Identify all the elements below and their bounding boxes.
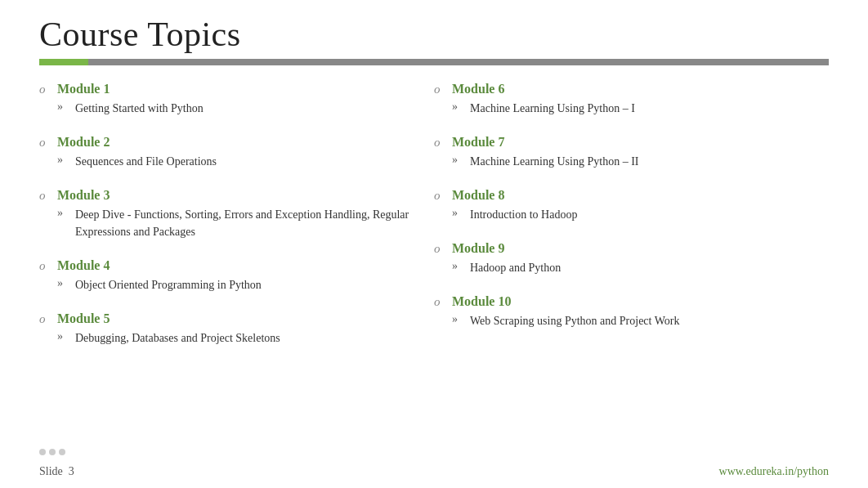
outer-bullet: o [39, 189, 51, 203]
module-block: o Module 3 » Deep Dive - Functions, Sort… [39, 188, 418, 240]
sub-text: Machine Learning Using Python – II [470, 153, 638, 170]
sub-text: Hadoop and Python [470, 259, 561, 276]
sub-bullet: » [452, 313, 465, 326]
page-title: Course Topics [39, 15, 829, 54]
module-title: Module 4 [57, 258, 110, 273]
sub-bullet: » [57, 330, 70, 343]
sub-bullet: » [452, 207, 465, 220]
module-row: o Module 3 [39, 188, 418, 203]
dot [39, 449, 46, 455]
outer-bullet: o [434, 83, 445, 96]
sub-bullet: » [57, 277, 70, 290]
module-block: o Module 4 » Object Oriented Programming… [39, 258, 418, 293]
module-title: Module 8 [452, 188, 504, 203]
outer-bullet: o [39, 83, 51, 96]
module-row: o Module 7 [434, 135, 812, 150]
right-column: o Module 6 » Machine Learning Using Pyth… [434, 82, 829, 365]
module-row: o Module 10 [434, 294, 812, 309]
slide-label: Slide [39, 465, 63, 477]
sub-text: Debugging, Databases and Project Skeleto… [75, 329, 280, 347]
sub-text: Introduction to Hadoop [470, 206, 577, 223]
sub-item-row: » Web Scraping using Python and Project … [452, 312, 812, 329]
module-title: Module 7 [452, 135, 504, 150]
slide-number: 3 [69, 465, 74, 477]
outer-bullet: o [434, 189, 445, 203]
module-title: Module 6 [452, 82, 504, 96]
outer-bullet: o [39, 136, 51, 150]
sub-item-row: » Object Oriented Programming in Python [57, 276, 418, 293]
module-block: o Module 8 » Introduction to Hadoop [434, 188, 812, 223]
dot [49, 449, 56, 455]
left-column: o Module 1 » Getting Started with Python… [39, 82, 434, 365]
module-block: o Module 7 » Machine Learning Using Pyth… [434, 135, 812, 170]
sub-text: Web Scraping using Python and Project Wo… [470, 312, 679, 329]
content-area: o Module 1 » Getting Started with Python… [0, 65, 868, 365]
sub-text: Machine Learning Using Python – I [470, 100, 635, 117]
sub-item-row: » Getting Started with Python [57, 100, 418, 117]
module-row: o Module 5 [39, 311, 418, 326]
module-row: o Module 4 [39, 258, 418, 273]
sub-bullet: » [57, 154, 70, 167]
footer: Slide 3 www.edureka.in/python [0, 465, 868, 478]
sub-item-row: » Sequences and File Operations [57, 153, 418, 170]
slide-info: Slide 3 [39, 465, 74, 478]
sub-item-row: » Deep Dive - Functions, Sorting, Errors… [57, 206, 418, 240]
sub-item-row: » Hadoop and Python [452, 259, 812, 276]
module-title: Module 10 [452, 294, 511, 309]
module-row: o Module 8 [434, 188, 812, 203]
module-row: o Module 9 [434, 241, 812, 256]
sub-text: Deep Dive - Functions, Sorting, Errors a… [75, 206, 418, 240]
sub-text: Getting Started with Python [75, 100, 204, 117]
outer-bullet: o [39, 259, 51, 273]
sub-item-row: » Machine Learning Using Python – I [452, 100, 812, 117]
outer-bullet: o [434, 242, 445, 256]
divider-bar [39, 59, 829, 65]
module-block: o Module 10 » Web Scraping using Python … [434, 294, 812, 329]
module-row: o Module 1 [39, 82, 418, 96]
dot [59, 449, 65, 455]
sub-bullet: » [452, 260, 465, 273]
module-title: Module 2 [57, 135, 110, 150]
sub-item-row: » Debugging, Databases and Project Skele… [57, 329, 418, 347]
module-block: o Module 1 » Getting Started with Python [39, 82, 418, 117]
sub-bullet: » [57, 207, 70, 220]
sub-text: Object Oriented Programming in Python [75, 276, 262, 293]
module-title: Module 1 [57, 82, 110, 96]
outer-bullet: o [434, 295, 445, 309]
header: Course Topics [0, 0, 868, 65]
decorative-dots [39, 449, 65, 455]
sub-bullet: » [452, 101, 465, 114]
module-title: Module 5 [57, 311, 110, 326]
module-row: o Module 6 [434, 82, 812, 96]
module-title: Module 3 [57, 188, 110, 203]
sub-item-row: » Machine Learning Using Python – II [452, 153, 812, 170]
website-url: www.edureka.in/python [719, 465, 829, 478]
module-block: o Module 9 » Hadoop and Python [434, 241, 812, 276]
module-block: o Module 5 » Debugging, Databases and Pr… [39, 311, 418, 347]
sub-bullet: » [452, 154, 465, 167]
module-title: Module 9 [452, 241, 504, 256]
outer-bullet: o [39, 312, 51, 326]
module-block: o Module 2 » Sequences and File Operatio… [39, 135, 418, 170]
sub-bullet: » [57, 101, 70, 114]
sub-item-row: » Introduction to Hadoop [452, 206, 812, 223]
sub-text: Sequences and File Operations [75, 153, 217, 170]
outer-bullet: o [434, 136, 445, 150]
module-block: o Module 6 » Machine Learning Using Pyth… [434, 82, 812, 117]
module-row: o Module 2 [39, 135, 418, 150]
